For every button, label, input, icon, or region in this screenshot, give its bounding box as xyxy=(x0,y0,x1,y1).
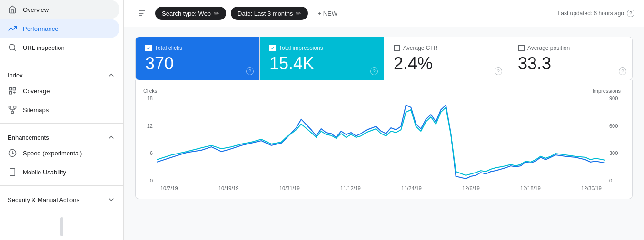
sidebar-item-url-inspection[interactable]: URL inspection xyxy=(0,38,119,57)
svg-rect-2 xyxy=(9,87,11,90)
metric-ctr-label-row: Average CTR xyxy=(394,45,498,51)
search-type-chip[interactable]: Search type: Web ✏ xyxy=(155,7,226,20)
metric-impressions-value: 15.4K xyxy=(269,55,374,72)
impressions-checkbox[interactable]: ✓ xyxy=(269,45,276,51)
svg-line-1 xyxy=(14,49,15,50)
metric-total-impressions[interactable]: ✓ Total impressions 15.4K ? xyxy=(260,37,384,80)
edit-icon-date-range: ✏ xyxy=(296,10,301,17)
section-index[interactable]: Index xyxy=(0,65,123,81)
divider-3 xyxy=(0,185,123,186)
chart-x-labels: 10/7/19 10/19/19 10/31/19 11/12/19 11/24… xyxy=(143,183,621,191)
content-area: ✓ Total clicks 370 ? ✓ Total impressions… xyxy=(124,27,644,240)
clicks-help-icon[interactable]: ? xyxy=(246,67,254,75)
sitemaps-icon xyxy=(8,105,17,115)
toolbar-right: Last updated: 6 hours ago ? xyxy=(558,10,634,17)
new-filter-label: + NEW xyxy=(317,10,337,17)
y-label-left-12: 12 xyxy=(147,123,153,129)
section-security[interactable]: Security & Manual Actions xyxy=(0,190,123,206)
sidebar-item-sitemaps[interactable]: Sitemaps xyxy=(0,100,119,119)
main-content: Search type: Web ✏ Date: Last 3 months ✏… xyxy=(124,0,644,240)
sidebar-item-label-speed: Speed (experimental) xyxy=(23,150,82,157)
search-type-label: Search type: Web xyxy=(162,10,211,17)
mobile-icon xyxy=(8,167,17,177)
section-security-label: Security & Manual Actions xyxy=(8,196,79,203)
clicks-checkbox[interactable]: ✓ xyxy=(145,45,152,51)
section-enhancements[interactable]: Enhancements xyxy=(0,127,123,144)
metric-position-label: Average position xyxy=(527,45,570,51)
sidebar-item-label-mobile-usability: Mobile Usability xyxy=(23,169,66,176)
sidebar-item-overview[interactable]: Overview xyxy=(0,0,119,19)
metrics-row: ✓ Total clicks 370 ? ✓ Total impressions… xyxy=(135,37,633,80)
sidebar-item-coverage[interactable]: Coverage xyxy=(0,81,119,100)
last-updated-text: Last updated: 6 hours ago xyxy=(558,10,624,17)
sidebar-item-label-performance: Performance xyxy=(23,25,58,32)
sidebar: Overview Performance URL inspection Inde… xyxy=(0,0,124,240)
chart-right-axis-label: Impressions xyxy=(593,88,621,94)
metric-position-label-row: Average position xyxy=(518,45,623,51)
y-label-right-0: 0 xyxy=(609,178,612,183)
sidebar-item-label-overview: Overview xyxy=(23,6,49,13)
position-help-icon[interactable]: ? xyxy=(619,67,626,75)
filter-icon xyxy=(137,9,147,18)
sidebar-item-label-sitemaps: Sitemaps xyxy=(23,106,49,114)
svg-rect-3 xyxy=(13,87,16,90)
chevron-up-icon-enhancements xyxy=(107,133,116,142)
y-label-right-300: 300 xyxy=(609,150,618,156)
svg-point-0 xyxy=(9,44,15,50)
sidebar-item-label-url-inspection: URL inspection xyxy=(23,44,65,51)
x-label-0: 10/7/19 xyxy=(160,185,178,191)
x-label-5: 12/6/19 xyxy=(462,185,480,191)
x-label-1: 10/19/19 xyxy=(218,185,239,191)
metric-clicks-label: Total clicks xyxy=(155,45,182,51)
date-range-chip[interactable]: Date: Last 3 months ✏ xyxy=(231,7,308,20)
help-icon-toolbar[interactable]: ? xyxy=(627,10,634,17)
ctr-help-icon[interactable]: ? xyxy=(495,67,502,75)
divider-2 xyxy=(0,123,123,124)
svg-rect-6 xyxy=(14,106,16,109)
y-label-right-900: 900 xyxy=(609,96,618,101)
x-label-4: 11/24/19 xyxy=(401,185,422,191)
section-enhancements-label: Enhancements xyxy=(8,134,49,141)
metric-impressions-label-row: ✓ Total impressions xyxy=(269,45,374,51)
search-icon xyxy=(8,43,17,52)
y-label-left-18: 18 xyxy=(147,96,153,101)
metric-average-ctr[interactable]: Average CTR 2.4% ? xyxy=(384,37,508,80)
x-label-2: 10/31/19 xyxy=(279,185,300,191)
sidebar-item-label-coverage: Coverage xyxy=(23,87,50,95)
sidebar-item-speed[interactable]: Speed (experimental) xyxy=(0,144,119,163)
metric-clicks-value: 370 xyxy=(145,55,250,72)
x-label-6: 12/18/19 xyxy=(520,185,541,191)
y-label-left-0: 0 xyxy=(150,178,153,183)
chevron-up-icon-index xyxy=(107,71,116,79)
filter-button[interactable] xyxy=(133,5,150,22)
metric-clicks-label-row: ✓ Total clicks xyxy=(145,45,250,51)
chart-left-axis-label: Clicks xyxy=(143,88,157,94)
metric-total-clicks[interactable]: ✓ Total clicks 370 ? xyxy=(136,37,260,80)
sidebar-item-performance[interactable]: Performance xyxy=(0,19,119,38)
new-filter-button[interactable]: + NEW xyxy=(313,7,342,20)
trending-up-icon xyxy=(8,24,17,33)
sidebar-item-mobile-usability[interactable]: Mobile Usability xyxy=(0,163,119,182)
chevron-down-icon-security xyxy=(107,195,116,204)
chart-container: Clicks Impressions 18 12 6 0 xyxy=(135,80,633,199)
x-label-3: 11/12/19 xyxy=(340,185,361,191)
speed-icon xyxy=(8,148,17,158)
section-index-label: Index xyxy=(8,72,23,79)
impressions-help-icon[interactable]: ? xyxy=(370,67,378,75)
date-range-label: Date: Last 3 months xyxy=(238,10,293,17)
x-label-7: 12/30/19 xyxy=(581,185,602,191)
home-icon xyxy=(8,5,17,14)
edit-icon-search-type: ✏ xyxy=(214,10,219,17)
metric-average-position[interactable]: Average position 33.3 ? xyxy=(508,37,632,80)
svg-rect-5 xyxy=(9,106,11,109)
metric-ctr-value: 2.4% xyxy=(394,55,498,72)
metric-position-value: 33.3 xyxy=(518,55,623,72)
y-label-right-600: 600 xyxy=(609,123,618,129)
ctr-checkbox[interactable] xyxy=(394,45,400,51)
line-chart xyxy=(157,96,605,183)
svg-rect-4 xyxy=(9,92,11,94)
coverage-icon xyxy=(8,86,17,96)
position-checkbox[interactable] xyxy=(518,45,525,51)
metric-ctr-label: Average CTR xyxy=(403,45,437,51)
toolbar: Search type: Web ✏ Date: Last 3 months ✏… xyxy=(124,0,644,27)
